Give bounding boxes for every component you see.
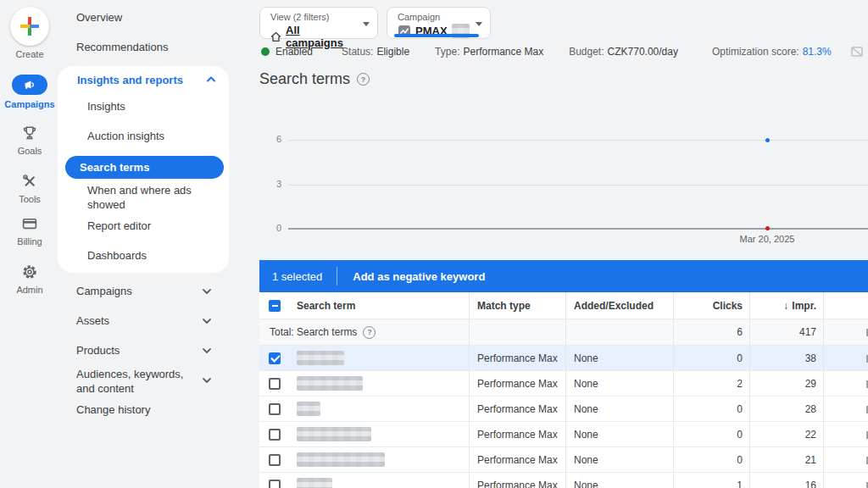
chevron-up-icon[interactable] bbox=[206, 75, 216, 82]
match-type-cell: Performance Max bbox=[469, 447, 565, 472]
budget-label: Budget: bbox=[569, 46, 604, 58]
impressions-cell: 16 bbox=[749, 473, 823, 488]
search-terms-table: Search term Match type Added/Excluded Cl… bbox=[259, 292, 868, 488]
nav-section-change-history[interactable]: Change history bbox=[76, 403, 150, 417]
match-type-cell: Performance Max bbox=[469, 346, 565, 370]
table-row[interactable]: Performance MaxNone021 bbox=[259, 447, 868, 473]
clipped-cell bbox=[823, 346, 868, 370]
campaign-selector-dropdown[interactable]: Campaign PMAX bbox=[387, 7, 491, 39]
nav-section-audiences-keywords-content[interactable]: Audiences, keywords, and content bbox=[76, 367, 202, 396]
match-type-cell: Performance Max bbox=[469, 473, 565, 488]
added-excluded-cell: None bbox=[565, 447, 673, 472]
nav-item-recommendations[interactable]: Recommendations bbox=[76, 40, 168, 55]
search-term-redacted bbox=[288, 396, 469, 421]
sidebar-item-campaigns[interactable]: Campaigns bbox=[0, 75, 59, 109]
status-label: Status: bbox=[342, 46, 373, 58]
chart-point-series1[interactable] bbox=[765, 138, 770, 142]
clicks-cell: 0 bbox=[673, 447, 749, 472]
nav-item-when-and-where-ads-showed[interactable]: When and where ads showed bbox=[87, 183, 214, 212]
help-icon[interactable] bbox=[363, 326, 376, 339]
row-checkbox[interactable] bbox=[269, 403, 281, 415]
nav-section-products[interactable]: Products bbox=[76, 344, 120, 358]
column-header-search-term[interactable]: Search term bbox=[288, 292, 469, 319]
row-checkbox[interactable] bbox=[269, 480, 281, 488]
campaign-status-bar: Enabled Status:Eligible Type:Performance… bbox=[261, 44, 868, 58]
clicks-cell: 0 bbox=[673, 396, 749, 421]
total-clicks: 6 bbox=[673, 319, 749, 345]
help-icon[interactable] bbox=[357, 73, 370, 86]
enabled-status-dot bbox=[261, 47, 270, 56]
table-body: Performance MaxNone038Performance MaxNon… bbox=[259, 346, 868, 488]
nav-item-search-terms-selected[interactable]: Search terms bbox=[65, 156, 224, 179]
create-label: Create bbox=[0, 49, 59, 59]
table-row[interactable]: Performance MaxNone028 bbox=[259, 396, 868, 422]
row-checkbox[interactable] bbox=[269, 429, 281, 441]
impressions-cell: 38 bbox=[749, 346, 823, 370]
total-impressions: 417 bbox=[749, 319, 823, 345]
status-value: Eligible bbox=[376, 46, 409, 58]
dropdown-caret-icon bbox=[363, 22, 370, 26]
nav-section-assets[interactable]: Assets bbox=[76, 314, 109, 328]
clipped-cell bbox=[823, 371, 868, 396]
sidebar-item-label: Goals bbox=[0, 146, 59, 156]
nav-item-report-editor[interactable]: Report editor bbox=[87, 219, 151, 233]
simulate-campaigns-button-disabled: Simulate camp bbox=[850, 45, 868, 58]
sort-descending-icon: ↓ bbox=[783, 300, 788, 312]
select-all-checkbox-indeterminate[interactable] bbox=[269, 300, 281, 312]
match-type-cell: Performance Max bbox=[469, 371, 565, 396]
table-row[interactable]: Performance MaxNone038 bbox=[259, 346, 868, 371]
nav-item-dashboards[interactable]: Dashboards bbox=[87, 249, 147, 263]
sidebar-item-label: Campaigns bbox=[0, 99, 59, 109]
impressions-cell: 28 bbox=[749, 396, 823, 421]
table-row[interactable]: Performance MaxNone116 bbox=[259, 473, 868, 488]
page-title: Search terms bbox=[259, 70, 350, 88]
optimization-score-value[interactable]: 81.3% bbox=[803, 46, 832, 58]
y-axis-tick: 6 bbox=[259, 134, 281, 144]
impressions-cell: 21 bbox=[749, 447, 823, 472]
type-label: Type: bbox=[435, 46, 459, 58]
chevron-down-icon[interactable] bbox=[202, 347, 212, 354]
type-value: Performance Max bbox=[463, 46, 543, 58]
chevron-down-icon[interactable] bbox=[202, 377, 212, 384]
table-row[interactable]: Performance MaxNone229 bbox=[259, 371, 868, 396]
impressions-cell: 22 bbox=[749, 422, 823, 446]
column-header-match-type[interactable]: Match type bbox=[469, 292, 565, 319]
nav-item-overview[interactable]: Overview bbox=[76, 10, 122, 25]
add-as-negative-keyword-button[interactable]: Add as negative keyword bbox=[337, 270, 500, 283]
table-row[interactable]: Performance MaxNone022 bbox=[259, 422, 868, 447]
nav-section-campaigns[interactable]: Campaigns bbox=[76, 285, 132, 298]
added-excluded-cell: None bbox=[565, 396, 673, 421]
added-excluded-cell: None bbox=[565, 346, 673, 370]
view-filter-dropdown[interactable]: View (2 filters) All campaigns bbox=[259, 7, 378, 39]
row-checkbox[interactable] bbox=[269, 454, 281, 466]
selection-toolbar: 1 selected Add as negative keyword bbox=[259, 260, 868, 292]
gridline bbox=[288, 140, 868, 141]
chevron-down-icon[interactable] bbox=[202, 318, 212, 324]
nav-group-insights-and-reports[interactable]: Insights and reports bbox=[77, 73, 183, 88]
sidebar-item-label: Tools bbox=[0, 194, 59, 204]
active-campaign-indicator bbox=[394, 34, 479, 37]
chevron-down-icon[interactable] bbox=[202, 288, 212, 295]
selected-count: 1 selected bbox=[259, 270, 337, 283]
sidebar-item-admin[interactable]: Admin bbox=[0, 263, 59, 295]
search-term-redacted bbox=[288, 371, 469, 396]
column-header-added-excluded[interactable]: Added/Excluded bbox=[565, 292, 673, 319]
sidebar-item-label: Billing bbox=[0, 236, 59, 247]
row-checkbox[interactable] bbox=[269, 378, 281, 390]
chart-point-series2[interactable] bbox=[765, 226, 770, 230]
nav-item-auction-insights[interactable]: Auction insights bbox=[87, 130, 164, 143]
clipped-cell bbox=[823, 422, 868, 446]
clicks-cell: 0 bbox=[673, 422, 749, 446]
row-checkbox-checked[interactable] bbox=[269, 352, 281, 364]
sidebar-item-tools[interactable]: Tools bbox=[0, 172, 59, 204]
search-term-redacted bbox=[288, 422, 469, 446]
budget-value: CZK770.00/day bbox=[608, 46, 678, 58]
optimization-score-label: Optimization score: bbox=[712, 46, 799, 58]
nav-item-insights[interactable]: Insights bbox=[87, 100, 125, 114]
column-header-clicks[interactable]: Clicks bbox=[673, 292, 749, 319]
column-header-impressions[interactable]: ↓ Impr. bbox=[749, 292, 823, 319]
enabled-label: Enabled bbox=[275, 46, 313, 58]
sidebar-item-goals[interactable]: Goals bbox=[0, 124, 59, 156]
create-button[interactable]: Create bbox=[0, 7, 59, 59]
sidebar-item-billing[interactable]: Billing bbox=[0, 214, 59, 247]
